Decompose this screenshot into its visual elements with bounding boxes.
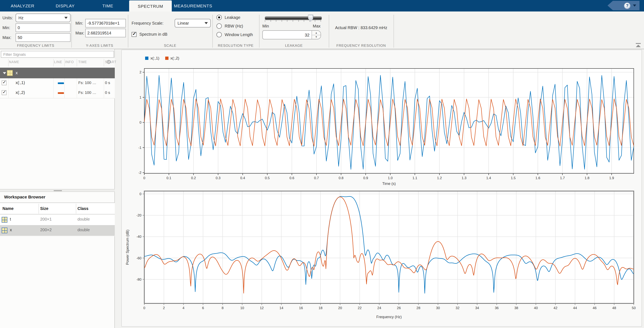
section-title-frequency-resolution: FREQUENCY RESOLUTION [329,44,394,49]
radio-leakage[interactable]: Leakage [216,13,258,22]
svg-text:46: 46 [592,306,596,310]
signal-panel: ⚙ NAMELINEINFOTIMESTART x ✓x(:,1)Fs: 100… [0,49,115,328]
freq-max-label: Max: [2,33,11,42]
spinner-buttons: ▲ ▼ [312,31,320,39]
collapse-toolstrip-icon[interactable] [636,43,641,47]
svg-text:32: 32 [456,306,460,310]
svg-text:0.1: 0.1 [166,176,171,180]
svg-text:1.6: 1.6 [535,176,540,180]
units-select[interactable]: Hz [16,14,70,22]
svg-text:48: 48 [612,306,616,310]
help-icon[interactable]: ? [624,2,630,9]
workspace-row-t[interactable]: t200×1double [0,214,115,226]
tab-analyzer[interactable]: ANALYZER [1,0,44,12]
svg-text:0.3: 0.3 [216,176,220,180]
column-header-name[interactable]: NAME [9,60,19,64]
svg-text:24: 24 [377,306,381,310]
tab-time[interactable]: TIME [86,0,129,12]
line-swatch-icon[interactable] [58,82,64,84]
signal-start: 0 s [105,90,110,95]
plots-svg[interactable]: 00.10.20.30.40.50.60.70.80.91.01.11.21.3… [122,50,642,326]
workspace-row-x[interactable]: x200×2double [0,225,115,236]
freq-max-field[interactable] [16,33,70,42]
spinner-down-icon[interactable]: ▼ [312,35,320,39]
svg-text:1.9: 1.9 [609,176,614,180]
tab-spectrum[interactable]: SPECTRUM [129,0,172,12]
section-title-frequency-limits: FREQUENCY LIMITS [0,44,71,49]
column-header-line[interactable]: LINE [54,60,62,64]
frequency-scale-value: Linear [178,21,189,26]
svg-text:-60: -60 [136,256,142,260]
spectrum-in-db-checkbox[interactable]: ✓ [132,32,136,37]
svg-text:18: 18 [318,306,322,310]
svg-text:12: 12 [260,306,264,310]
svg-text:0.5: 0.5 [265,176,270,180]
yaxes-max-label: Max: [76,29,84,37]
spinner-up-icon[interactable]: ▲ [312,31,320,35]
units-value: Hz [18,16,23,20]
svg-text:-40: -40 [136,235,142,238]
signal-checkbox[interactable]: ✓ [2,80,6,85]
leakage-slider-ticks [265,20,321,22]
ribbon-divider [329,15,329,48]
signal-row-x(:,2)[interactable]: ✓x(:,2)Fs: 100 …0 s [0,88,115,98]
svg-text:40: 40 [534,306,538,310]
yaxes-max-field[interactable] [85,29,126,37]
tab-measurements[interactable]: MEASUREMENTS [172,0,214,12]
leakage-spinner: ▲ ▼ [262,30,321,39]
matrix-icon [2,217,7,222]
frequency-scale-select[interactable]: Linear [175,19,211,28]
signal-group-row[interactable]: x [0,68,115,78]
freq-min-field[interactable] [16,23,70,32]
radio-icon [216,15,222,20]
column-header-info[interactable]: INFO [65,60,74,64]
svg-text:1.5: 1.5 [511,176,516,180]
ws-column-header-name[interactable]: Name [2,206,14,211]
svg-text:-20: -20 [136,214,142,217]
check-icon: ✓ [2,90,6,95]
signal-checkbox[interactable]: ✓ [2,90,6,95]
svg-text:38: 38 [514,306,518,310]
spectrum-in-db-label: Spectrum in dB [140,30,168,38]
svg-text:44: 44 [573,306,577,310]
radio-label: Window Length [225,32,253,37]
ribbon-divider [394,15,394,48]
svg-text:1.2: 1.2 [437,176,442,180]
tab-bar: ANALYZERDISPLAYTIMESPECTRUMMEASUREMENTS [0,0,644,12]
collapse-triangle-icon[interactable] [3,72,6,74]
svg-text:2: 2 [163,306,165,310]
ws-column-header-size[interactable]: Size [40,206,48,211]
help-dropdown-caret[interactable] [633,4,636,6]
yaxes-min-field[interactable] [85,19,126,28]
section-title-y-axes-limits: Y-AXES LIMITS [71,44,128,49]
svg-text:16: 16 [299,306,303,310]
svg-text:0: 0 [140,192,142,196]
radio-rbw-hz-[interactable]: RBW (Hz) [216,22,258,30]
svg-text:-2: -2 [138,171,142,175]
column-header-start[interactable]: START [105,60,116,64]
filter-signals-input[interactable] [1,51,114,58]
tab-display[interactable]: DISPLAY [44,0,86,12]
signal-time: Fs: 100 … [78,80,96,85]
ribbon-divider [259,15,260,48]
radio-label: RBW (Hz) [225,24,243,28]
units-label: Units: [2,14,13,22]
svg-text:42: 42 [554,306,557,310]
svg-text:0: 0 [143,306,145,310]
svg-text:-80: -80 [136,278,142,282]
radio-window-length[interactable]: Window Length [216,30,258,39]
ribbon: Units: Hz Min: Max: FREQUENCY LIMITS Min… [0,12,644,49]
line-swatch-icon[interactable] [58,92,64,94]
svg-text:36: 36 [495,306,499,310]
column-header-time[interactable]: TIME [78,60,87,64]
signal-start: 0 s [105,80,110,85]
svg-text:10: 10 [240,306,244,310]
ws-column-header-class[interactable]: Class [78,206,88,211]
svg-text:Power Spectrum (dB): Power Spectrum (dB) [126,230,130,265]
section-title-resolution-type: RESOLUTION TYPE [212,44,259,49]
display-panel[interactable]: x(:,1)x(:,2) 00.10.20.30.40.50.60.70.80.… [121,50,642,327]
signal-row-x(:,1)[interactable]: ✓x(:,1)Fs: 100 …0 s [0,78,115,88]
panel-splitter[interactable] [0,189,115,192]
leakage-value-field[interactable] [263,31,312,39]
svg-text:6: 6 [202,306,204,310]
